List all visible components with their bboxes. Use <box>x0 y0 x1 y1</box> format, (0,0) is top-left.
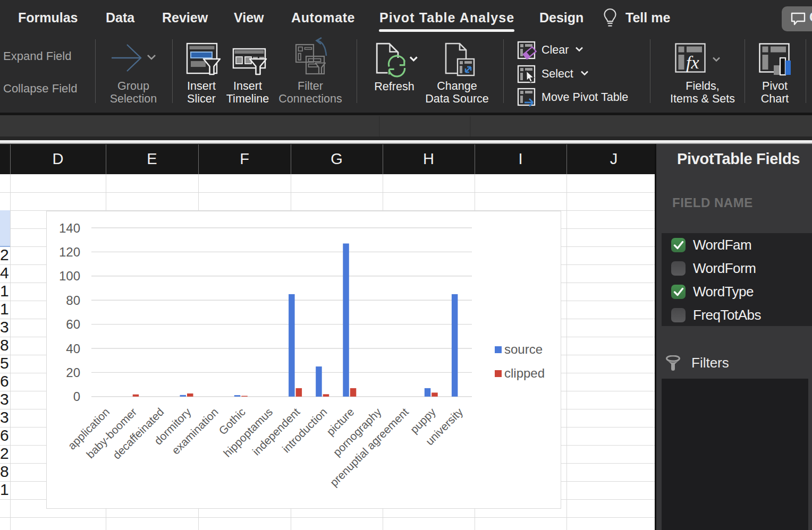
svg-text:80: 80 <box>66 293 80 307</box>
svg-text:140: 140 <box>59 221 80 235</box>
svg-text:40: 40 <box>66 341 80 356</box>
svg-text:120: 120 <box>59 245 80 259</box>
svg-text:0: 0 <box>73 389 80 404</box>
svg-text:20: 20 <box>66 365 80 380</box>
svg-text:60: 60 <box>66 317 80 331</box>
svg-text:clipped: clipped <box>504 366 545 380</box>
svg-text:100: 100 <box>59 269 80 283</box>
svg-text:source: source <box>504 342 543 356</box>
svg-text:fx: fx <box>686 53 699 72</box>
